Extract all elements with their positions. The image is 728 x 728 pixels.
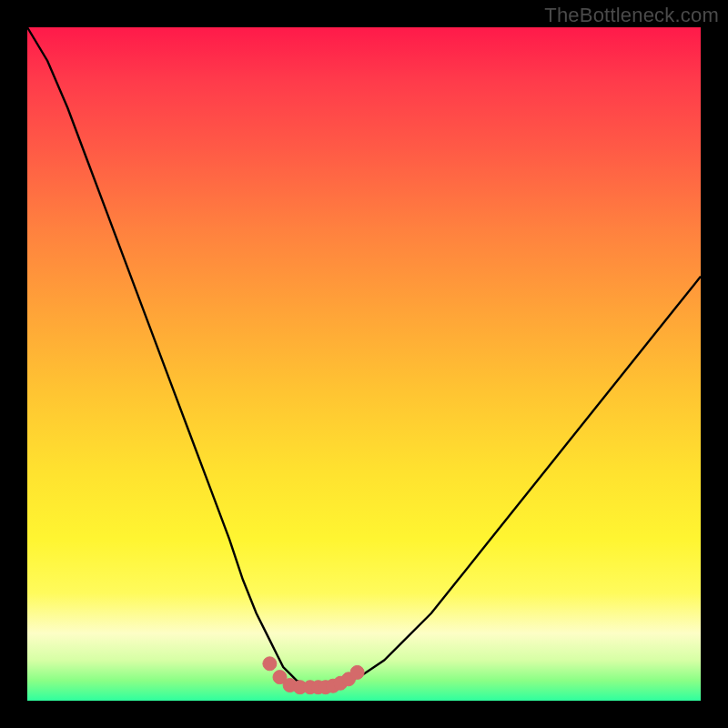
trough-marker [263, 657, 277, 671]
trough-marker-group [263, 657, 364, 694]
plot-area [27, 27, 701, 701]
bottleneck-curve [27, 27, 701, 687]
chart-frame: TheBottleneck.com [0, 0, 728, 728]
bottleneck-curve-svg [27, 27, 701, 701]
trough-marker [350, 665, 364, 679]
watermark-text: TheBottleneck.com [544, 4, 719, 27]
